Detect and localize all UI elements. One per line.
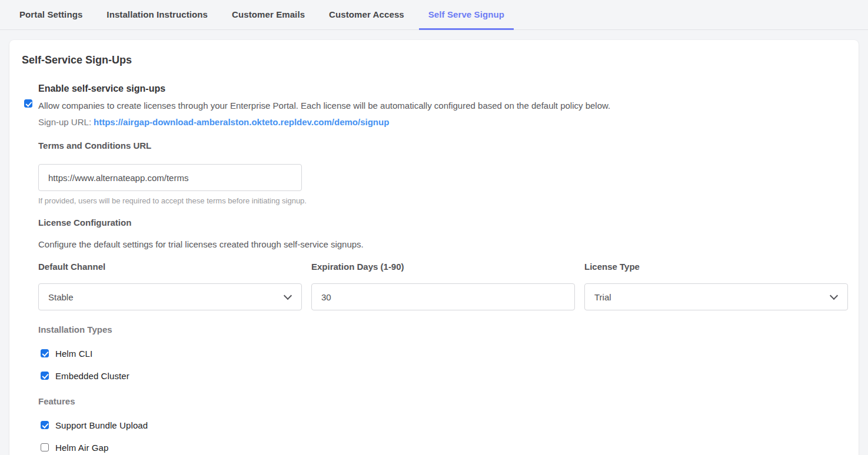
terms-url-helper: If provided, users will be required to a… [38,196,839,206]
checkbox-row-support-bundle: Support Bundle Upload [41,419,839,431]
tab-self-serve-signup[interactable]: Self Serve Signup [419,0,514,30]
expiration-days-field [311,283,575,310]
license-type-select-wrap: Trial [584,283,848,310]
default-channel-select[interactable]: Stable [38,283,302,310]
enable-signups-heading: Enable self-service sign-ups [38,82,839,95]
license-fields-row: Default Channel Expiration Days (1-90) L… [38,261,839,310]
embedded-cluster-checkbox[interactable] [41,372,49,380]
license-configuration-description: Configure the default settings for trial… [38,238,839,250]
page-title: Self-Service Sign-Ups [22,53,839,67]
embedded-cluster-label[interactable]: Embedded Cluster [55,371,129,381]
installation-types-label: Installation Types [38,324,839,336]
license-configuration-label: License Configuration [38,217,839,229]
terms-url-label: Terms and Conditions URL [38,140,839,152]
signup-url-link[interactable]: https://airgap-download-amberalston.okte… [94,117,389,127]
checkbox-row-helm-air-gap: Helm Air Gap [41,441,839,453]
expiration-days-input[interactable] [311,283,575,310]
enable-signups-checkbox[interactable] [24,99,32,108]
tab-portal-settings[interactable]: Portal Settings [10,0,92,30]
tab-customer-emails[interactable]: Customer Emails [222,0,314,30]
checkbox-row-helm-cli: Helm CLI [41,347,839,359]
helm-cli-checkbox[interactable] [41,349,49,357]
helm-cli-label[interactable]: Helm CLI [55,349,92,359]
expiration-days-label: Expiration Days (1-90) [311,261,575,273]
helm-air-gap-checkbox[interactable] [41,443,49,451]
panel-content: Enable self-service sign-ups Allow compa… [38,82,839,453]
license-type-select[interactable]: Trial [584,283,848,310]
enable-signups-row: Allow companies to create licenses throu… [24,99,839,112]
checkbox-row-embedded-cluster: Embedded Cluster [41,370,839,382]
license-type-label: License Type [584,261,848,273]
signup-url-line: Sign-up URL:https://airgap-download-ambe… [38,116,839,128]
signup-url-label: Sign-up URL: [38,117,91,127]
self-serve-signup-panel: Self-Service Sign-Ups Enable self-servic… [9,40,859,455]
features-list: Support Bundle Upload Helm Air Gap [38,419,839,453]
enable-signups-description: Allow companies to create licenses throu… [38,99,610,112]
tab-installation-instructions[interactable]: Installation Instructions [97,0,217,30]
default-channel-label: Default Channel [38,261,302,273]
settings-tabbar: Portal Settings Installation Instruction… [0,0,868,30]
helm-air-gap-label[interactable]: Helm Air Gap [55,443,108,453]
installation-types-list: Helm CLI Embedded Cluster [38,347,839,382]
features-label: Features [38,396,839,407]
support-bundle-upload-checkbox[interactable] [41,421,49,429]
tab-customer-access[interactable]: Customer Access [320,0,414,30]
support-bundle-upload-label[interactable]: Support Bundle Upload [55,420,148,430]
terms-url-input[interactable] [38,164,302,191]
default-channel-select-wrap: Stable [38,283,302,310]
